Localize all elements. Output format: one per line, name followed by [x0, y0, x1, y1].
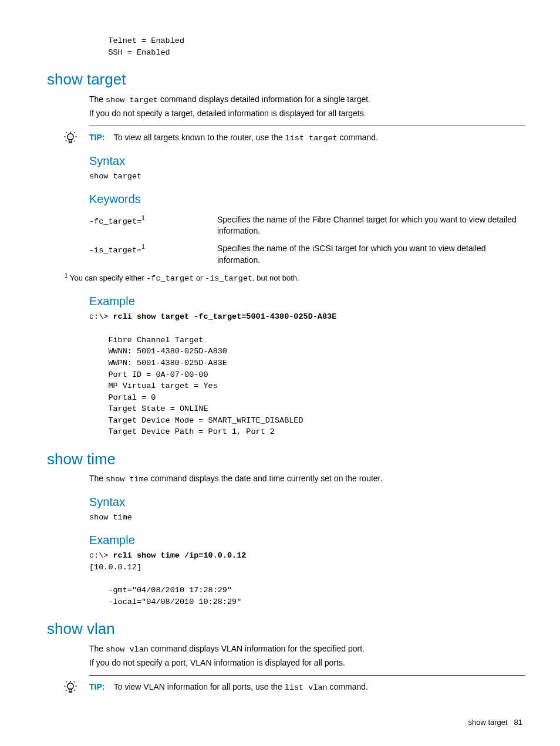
- command-bold: rcli show target -fc_target=5001-4380-02…: [113, 312, 337, 321]
- inline-code: -fc_target: [146, 274, 194, 283]
- tip-text: To view all targets known to the router,…: [114, 133, 285, 142]
- example-command: c:\> rcli show time /ip=10.0.0.12: [89, 551, 525, 562]
- prompt: c:\>: [89, 551, 113, 560]
- inline-code: show target: [106, 96, 158, 104]
- tip-block: TIP: To view all targets known to the ro…: [89, 126, 525, 144]
- paragraph: The show time command displays the date …: [89, 473, 525, 485]
- tip-text: command.: [338, 133, 378, 142]
- svg-line-14: [66, 681, 67, 683]
- example-output: Fibre Channel Target WWNN: 5001-4380-025…: [89, 323, 525, 438]
- footer-section: show target: [468, 718, 507, 727]
- footnote-text: , but not both.: [252, 274, 299, 282]
- footnote-ref: 1: [141, 215, 145, 221]
- paragraph: The show target command displays detaile…: [89, 94, 525, 106]
- tip-label: TIP:: [89, 682, 104, 691]
- keyword-term: -is_target=1: [89, 241, 217, 269]
- command-bold: rcli show time /ip=10.0.0.12: [113, 551, 247, 560]
- footnote-text: You can specify either: [68, 274, 147, 282]
- inline-code: show vlan: [106, 645, 149, 654]
- term-text: -is_target=: [89, 245, 141, 254]
- tip-label: TIP:: [89, 133, 104, 142]
- example-output: [10.0.0.12] -gmt="04/08/2010 17:28:29" -…: [89, 562, 525, 607]
- svg-line-17: [75, 690, 76, 691]
- footer-page-number: 81: [514, 718, 522, 727]
- svg-line-16: [66, 690, 67, 691]
- svg-line-5: [75, 132, 76, 133]
- prompt: c:\>: [89, 312, 113, 321]
- syntax-code: show target: [89, 171, 525, 183]
- text: command displays detailed information fo…: [158, 94, 370, 104]
- heading-example: Example: [89, 532, 525, 548]
- paragraph: The show vlan command displays VLAN info…: [89, 643, 525, 656]
- svg-rect-18: [69, 689, 72, 691]
- svg-point-0: [68, 134, 73, 140]
- paragraph: If you do not specify a port, VLAN infor…: [89, 657, 525, 669]
- heading-show-time: show time: [47, 448, 525, 470]
- table-row: -fc_target=1 Specifies the name of the F…: [89, 212, 525, 241]
- heading-keywords: Keywords: [89, 191, 525, 207]
- inline-code: list vlan: [285, 683, 328, 692]
- footnote-ref: 1: [141, 244, 145, 250]
- tip-block: TIP: To view VLAN information for all po…: [89, 675, 525, 694]
- svg-line-4: [66, 132, 67, 133]
- tip-text: To view VLAN information for all ports, …: [114, 682, 285, 691]
- syntax-code: show time: [89, 512, 525, 524]
- inline-code: show time: [106, 475, 149, 484]
- tip-text: [107, 133, 113, 142]
- keyword-desc: Specifies the name of the Fibre Channel …: [217, 212, 525, 241]
- heading-example: Example: [89, 293, 525, 309]
- svg-rect-8: [69, 140, 72, 142]
- table-row: -is_target=1 Specifies the name of the i…: [89, 241, 525, 269]
- text: The: [89, 94, 106, 104]
- example-command: c:\> rcli show target -fc_target=5001-43…: [89, 312, 525, 323]
- lightbulb-icon: [63, 131, 77, 145]
- footnote-text: or: [194, 274, 205, 282]
- svg-line-6: [66, 141, 67, 142]
- keyword-desc: Specifies the name of the iSCSI target f…: [217, 241, 525, 269]
- text: command displays the date and time curre…: [149, 474, 382, 483]
- tip-text: [107, 682, 113, 691]
- keywords-table: -fc_target=1 Specifies the name of the F…: [89, 212, 525, 269]
- svg-line-15: [75, 681, 76, 683]
- code-block-preface: Telnet = Enabled SSH = Enabled: [47, 35, 525, 58]
- heading-syntax: Syntax: [89, 494, 525, 510]
- page-footer: show target 81: [47, 717, 525, 728]
- inline-code: -is_target: [205, 274, 252, 283]
- lightbulb-icon: [63, 680, 77, 694]
- term-text: -fc_target=: [89, 217, 141, 225]
- paragraph: If you do not specify a target, detailed…: [89, 108, 525, 120]
- keyword-term: -fc_target=1: [89, 212, 217, 241]
- text: The: [89, 474, 106, 483]
- svg-line-7: [75, 141, 76, 142]
- tip-text: command.: [328, 682, 368, 691]
- text: The: [89, 644, 106, 653]
- heading-show-target: show target: [47, 69, 525, 90]
- text: command displays VLAN information for th…: [149, 644, 365, 653]
- heading-show-vlan: show vlan: [47, 618, 525, 639]
- footnote: 1 You can specify either -fc_target or -…: [65, 272, 525, 285]
- heading-syntax: Syntax: [89, 153, 525, 169]
- svg-point-10: [68, 683, 73, 689]
- inline-code: list target: [285, 134, 338, 143]
